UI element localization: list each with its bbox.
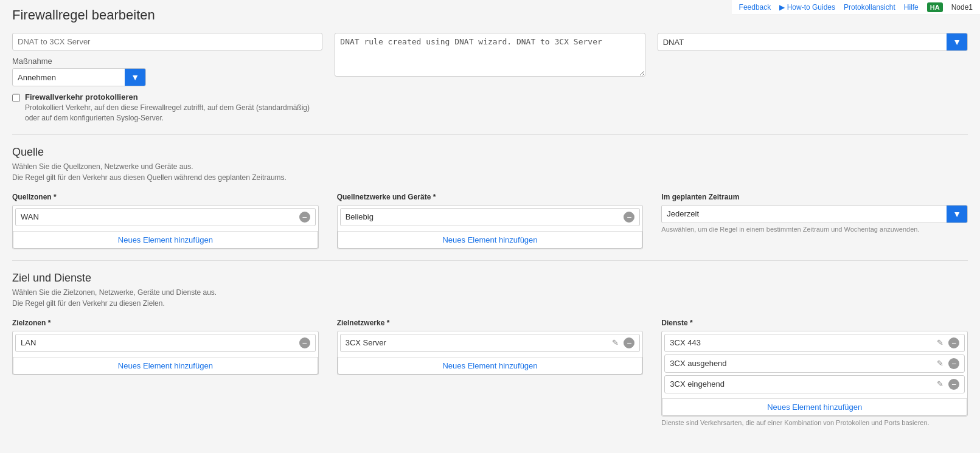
quelle-subtitle: Wählen Sie die Quellzonen, Netzwerke und… (12, 161, 968, 183)
quellnetzwerke-col: Quellnetzwerke und Geräte * Beliebig − N… (337, 193, 644, 249)
add-zielnetzwerke-btn[interactable]: Neues Element hinzufügen (338, 357, 643, 375)
list-item: 3CX 443 ✎ − (664, 334, 965, 352)
protocol-link[interactable]: Protokollansicht (844, 3, 895, 12)
tag-value: Beliebig (346, 212, 374, 221)
type-col: DNAT ▼ (658, 33, 968, 51)
tag-value: 3CX Server (346, 338, 386, 347)
dienste-col: Dienste * 3CX 443 ✎ − 3CX ausgehend (661, 319, 968, 426)
tag-value: 3CX ausgehend (670, 359, 726, 368)
zeitraum-select[interactable]: Jederzeit Benutzerdefiniert (662, 206, 947, 222)
description-col: DNAT rule created using DNAT wizard. DNA… (335, 33, 645, 78)
divider-1 (12, 134, 968, 135)
massnahme-select[interactable]: Annehmen Ablehnen Verwerfen (13, 69, 125, 86)
remove-3cx-eingehend-btn[interactable]: − (948, 379, 959, 390)
massnahme-label: Maßnahme (12, 57, 322, 66)
type-select[interactable]: DNAT (658, 34, 947, 50)
dienste-label: Dienste * (661, 319, 968, 327)
quellzonen-list: WAN − (13, 206, 318, 231)
video-icon: ▶ (779, 3, 785, 12)
quellnetzwerke-label: Quellnetzwerke und Geräte * (337, 193, 644, 201)
list-item: 3CX Server ✎ − (340, 334, 641, 352)
edit-3cx-eingehend-btn[interactable]: ✎ (937, 379, 944, 389)
list-item: WAN − (15, 208, 316, 226)
zeitraum-hint: Auswählen, um die Regel in einem bestimm… (661, 226, 968, 233)
remove-lan-btn[interactable]: − (299, 337, 310, 348)
top-nav: Feedback ▶ How-to Guides Protokollansich… (732, 0, 980, 15)
quellzonen-box: WAN − Neues Element hinzufügen (12, 205, 319, 249)
quellzonen-label: Quellzonen * (12, 193, 319, 201)
add-zielzonen-btn[interactable]: Neues Element hinzufügen (13, 357, 318, 375)
add-quellnetzwerke-btn[interactable]: Neues Element hinzufügen (338, 231, 643, 249)
zielzonen-box: LAN − Neues Element hinzufügen (12, 331, 319, 375)
quelle-section: Quelle Wählen Sie die Quellzonen, Netzwe… (12, 146, 968, 249)
page-content: Firewallregel bearbeiten Maßnahme Annehm… (0, 0, 980, 451)
name-col: Maßnahme Annehmen Ablehnen Verwerfen ▼ (12, 33, 322, 123)
zielzonen-label: Zielzonen * (12, 319, 319, 327)
logging-checkbox[interactable] (12, 94, 20, 102)
zeitraum-label: Im geplanten Zeitraum (661, 193, 968, 201)
logging-label: Firewallverkehr protokollieren (25, 92, 138, 102)
add-dienste-btn[interactable]: Neues Element hinzufügen (662, 398, 967, 416)
remove-wan-btn[interactable]: − (299, 212, 310, 223)
quellnetzwerke-list: Beliebig − (338, 206, 643, 231)
quelle-cols: Quellzonen * WAN − Neues Element hinzufü… (12, 193, 968, 249)
remove-3cx-server-btn[interactable]: − (624, 337, 634, 348)
ziel-title: Ziel und Dienste (12, 272, 968, 285)
logging-desc: Protokolliert Verkehr, auf den diese Fir… (25, 103, 322, 123)
dienste-hint: Dienste sind Verkehrsarten, die auf eine… (661, 419, 968, 426)
zielzonen-list: LAN − (13, 331, 318, 357)
remove-3cx-ausgehend-btn[interactable]: − (948, 358, 959, 369)
ha-badge: HA (927, 2, 943, 12)
massnahme-dropdown-btn[interactable]: ▼ (125, 69, 145, 86)
remove-beliebig-btn[interactable]: − (624, 212, 634, 223)
dienste-list: 3CX 443 ✎ − 3CX ausgehend ✎ − (662, 331, 967, 398)
logging-text: Firewallverkehr protokollieren Protokoll… (25, 92, 322, 123)
feedback-link[interactable]: Feedback (739, 3, 771, 12)
top-form-row: Maßnahme Annehmen Ablehnen Verwerfen ▼ (12, 33, 968, 123)
tag-value: WAN (21, 212, 39, 221)
node-label: Node1 (951, 3, 973, 12)
quelle-title: Quelle (12, 146, 968, 159)
divider-2 (12, 260, 968, 261)
tag-value: 3CX 443 (670, 338, 701, 347)
help-link[interactable]: Hilfe (904, 3, 919, 12)
massnahme-select-wrapper: Annehmen Ablehnen Verwerfen ▼ (12, 68, 146, 86)
zielnetzwerke-col: Zielnetzwerke * 3CX Server ✎ − Neues Ele… (337, 319, 644, 375)
rule-name-input[interactable] (12, 33, 322, 50)
zeitraum-wrapper: Jederzeit Benutzerdefiniert ▼ (661, 205, 968, 223)
edit-3cx-server-btn[interactable]: ✎ (612, 338, 619, 347)
zielnetzwerke-box: 3CX Server ✎ − Neues Element hinzufügen (337, 331, 644, 375)
list-item: LAN − (15, 334, 316, 352)
quellnetzwerke-box: Beliebig − Neues Element hinzufügen (337, 205, 644, 249)
howto-link[interactable]: ▶ How-to Guides (779, 3, 835, 12)
ziel-section: Ziel und Dienste Wählen Sie die Zielzone… (12, 272, 968, 426)
type-dropdown-btn[interactable]: ▼ (947, 33, 967, 50)
logging-row: Firewallverkehr protokollieren Protokoll… (12, 92, 322, 123)
list-item: Beliebig − (340, 208, 641, 226)
quellzonen-col: Quellzonen * WAN − Neues Element hinzufü… (12, 193, 319, 249)
list-item: 3CX ausgehend ✎ − (664, 354, 965, 373)
dienste-box: 3CX 443 ✎ − 3CX ausgehend ✎ − (661, 331, 968, 417)
description-textarea[interactable]: DNAT rule created using DNAT wizard. DNA… (335, 33, 645, 77)
tag-value: LAN (21, 338, 36, 347)
add-quellzonen-btn[interactable]: Neues Element hinzufügen (13, 231, 318, 249)
zielnetzwerke-label: Zielnetzwerke * (337, 319, 644, 327)
zeitraum-dropdown-btn[interactable]: ▼ (947, 206, 967, 223)
tag-value: 3CX eingehend (670, 379, 725, 389)
zielzonen-col: Zielzonen * LAN − Neues Element hinzufüg… (12, 319, 319, 375)
ziel-subtitle: Wählen Sie die Zielzonen, Netzwerke, Ger… (12, 287, 968, 309)
ziel-cols: Zielzonen * LAN − Neues Element hinzufüg… (12, 319, 968, 426)
type-select-wrapper: DNAT ▼ (658, 33, 968, 51)
edit-3cx-ausgehend-btn[interactable]: ✎ (937, 359, 944, 368)
zielnetzwerke-list: 3CX Server ✎ − (338, 331, 643, 357)
remove-3cx443-btn[interactable]: − (948, 337, 959, 348)
edit-3cx443-btn[interactable]: ✎ (937, 338, 944, 347)
zeitraum-col: Im geplanten Zeitraum Jederzeit Benutzer… (661, 193, 968, 233)
list-item: 3CX eingehend ✎ − (664, 375, 965, 393)
